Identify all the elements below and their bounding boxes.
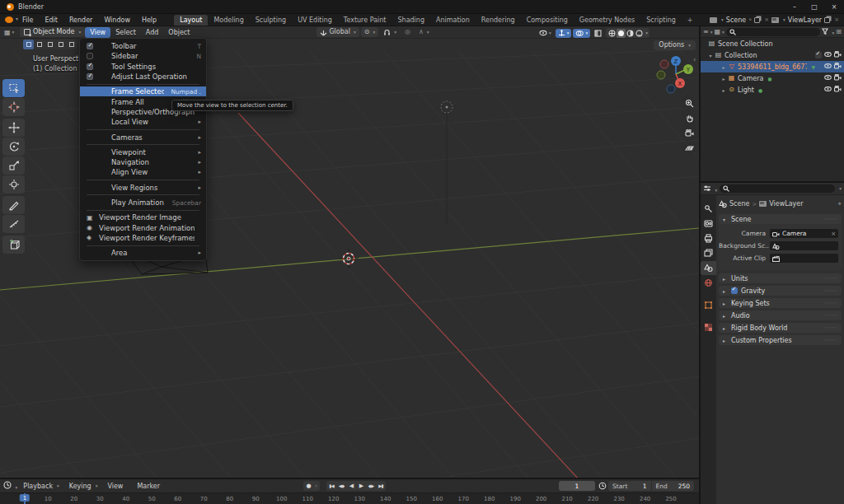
previous-keyframe-button[interactable]: ◀◆ (336, 481, 346, 491)
menu-item[interactable]: Viewpoint ▸ (80, 147, 206, 157)
scene-panel-header[interactable]: ▾ Scene ⋯⋯ (719, 214, 842, 224)
expander-icon[interactable]: ▸ (720, 87, 727, 93)
snap-toggle[interactable]: ▾ (380, 27, 400, 37)
tool-button[interactable] (2, 98, 25, 116)
sidebar-toggle-arrow[interactable]: ‹ (693, 56, 696, 63)
timeline-tick[interactable]: 200 (536, 496, 546, 502)
menubar-item[interactable]: Help (136, 14, 162, 26)
menubar-item[interactable]: Edit (39, 14, 63, 26)
overlays-toggle[interactable]: ▾ (573, 29, 590, 38)
transform-orientation-dropdown[interactable]: Global ▾ (316, 27, 359, 37)
collapsed-panel-header[interactable]: ▸ Units ⋯⋯ (719, 273, 842, 283)
menu-item[interactable]: ▸ (87, 245, 199, 246)
expander-icon[interactable]: ▾ (707, 53, 714, 58)
timeline-tick[interactable]: 170 (457, 496, 468, 502)
property-field-input[interactable] (770, 254, 838, 263)
menu-item[interactable]: ▣ Viewport Render Image ▸ (80, 212, 206, 222)
timeline-tick[interactable]: 230 (613, 496, 624, 502)
timeline-tick[interactable]: 20 (70, 496, 77, 502)
menu-item[interactable]: Cameras ▸ (80, 132, 206, 142)
auto-key-dropdown-icon[interactable]: ▾ (315, 483, 317, 488)
outliner-row[interactable]: ▤ Scene Collection (701, 38, 844, 49)
timeline-tick[interactable]: 80 (226, 496, 233, 502)
menu-item[interactable]: ▸ (87, 180, 199, 180)
timeline-tick[interactable]: 130 (354, 496, 365, 502)
viewport-menu[interactable]: Add (141, 27, 164, 38)
timeline-tick[interactable]: 220 (588, 496, 598, 502)
menu-item[interactable]: View Regions ▸ (80, 183, 206, 193)
outliner-row[interactable]: ▸ ▽ 53394611_bldg_6677 ▼ (701, 61, 844, 72)
minimize-button[interactable]: – (785, 0, 804, 14)
workspace-tab[interactable]: Scripting (640, 15, 682, 26)
timeline-tick[interactable]: 60 (174, 496, 181, 502)
navigation-gizmo[interactable]: Z Y X (654, 53, 696, 96)
shading-rendered-button[interactable] (635, 29, 644, 38)
gizmo-x-neg[interactable] (660, 60, 668, 68)
close-button[interactable]: × (824, 0, 844, 14)
scene-selector[interactable]: ▾ Scene ⌖ × (710, 16, 769, 24)
properties-tab[interactable] (701, 246, 716, 260)
menu-item[interactable]: Area ▸ (80, 248, 206, 258)
menubar-item[interactable]: File (16, 14, 39, 26)
workspace-tab[interactable]: Texture Paint (338, 15, 392, 26)
clear-field-icon[interactable]: × (831, 231, 836, 237)
select-mode-invert-button[interactable] (55, 40, 66, 49)
jump-to-start-button[interactable]: ▮◀ (326, 481, 336, 491)
timeline-tick[interactable]: 150 (406, 496, 417, 502)
timeline-menu[interactable]: Playback (19, 483, 63, 490)
camera-view-button[interactable] (682, 125, 696, 140)
properties-tab[interactable] (701, 231, 716, 245)
remove-viewlayer-icon[interactable]: × (834, 16, 839, 23)
collapsed-panel-header[interactable]: ▸ Rigid Body World ⋯⋯ (719, 323, 842, 333)
play-button[interactable]: ▶ (356, 481, 366, 491)
display-mode-button[interactable]: ▦▾ (714, 29, 724, 35)
hide-eye-icon[interactable] (824, 51, 832, 59)
viewport-menu[interactable]: Select (110, 27, 141, 38)
select-mode-extend-button[interactable] (34, 40, 45, 49)
selectable-checkbox[interactable] (815, 52, 822, 58)
properties-tab[interactable] (701, 261, 716, 275)
timeline-tick[interactable]: 50 (148, 496, 156, 502)
panel-checkbox[interactable] (731, 287, 738, 294)
menu-item[interactable]: Align View ▸ (80, 167, 206, 177)
menu-item[interactable]: Sidebar N ▸ (80, 51, 206, 61)
gizmo-y-neg[interactable] (657, 71, 665, 79)
menu-item[interactable]: ▸ (87, 144, 199, 145)
orthographic-toggle-button[interactable] (682, 140, 696, 155)
maximize-button[interactable]: □ (804, 0, 824, 14)
menu-item[interactable]: ◉ Viewport Render Animation ▸ (80, 222, 206, 232)
start-frame-field[interactable]: Start 1 (608, 481, 651, 491)
workspace-tab[interactable]: Modeling (208, 15, 249, 26)
xray-toggle[interactable] (592, 29, 604, 38)
outliner-row[interactable]: ▸ ⊙ Light ● (701, 84, 844, 96)
timeline-tick[interactable]: 100 (276, 496, 287, 502)
menu-item[interactable]: ▸ (87, 194, 199, 195)
new-collection-button[interactable]: ⊞ (836, 29, 842, 35)
timeline-tick[interactable]: 120 (328, 496, 339, 502)
timeline-tick[interactable]: 190 (509, 496, 520, 502)
editor-type-button[interactable]: ▾ (3, 481, 17, 491)
menu-item[interactable]: Frame Selected Numpad . ▸ (80, 86, 206, 96)
collapsed-panel-header[interactable]: ▸ Custom Properties ⋯⋯ (719, 335, 842, 345)
workspace-tab[interactable]: Sculpting (250, 15, 292, 26)
timeline-menu[interactable]: View (103, 483, 131, 490)
editor-type-button[interactable]: ▾ (703, 184, 717, 194)
editor-type-button[interactable]: ≡▾ (703, 29, 712, 35)
workspace-tab[interactable]: UV Editing (292, 15, 338, 26)
mode-dropdown[interactable]: Object Mode ▾ (20, 27, 85, 37)
gizmo-z-neg[interactable] (667, 85, 675, 93)
pin-icon[interactable]: ⌖ (837, 200, 842, 208)
properties-options-icon[interactable]: ▾ (839, 186, 842, 191)
blender-menu-icon[interactable] (5, 16, 13, 23)
pin-icon[interactable]: ⌖ (748, 16, 752, 23)
timeline-tick[interactable]: 180 (484, 496, 495, 502)
next-keyframe-button[interactable]: ◆▶ (366, 481, 376, 491)
shading-dropdown-icon[interactable]: ▾ (645, 30, 648, 35)
render-visibility-icon[interactable] (834, 63, 842, 71)
zoom-button[interactable] (682, 96, 696, 110)
menu-item[interactable]: Toolbar T ▸ (80, 41, 206, 51)
editor-type-button[interactable]: ▦▾ (4, 28, 16, 37)
tool-button[interactable] (2, 236, 25, 254)
expander-icon[interactable]: ▸ (720, 76, 727, 82)
hide-eye-icon[interactable] (824, 86, 832, 94)
